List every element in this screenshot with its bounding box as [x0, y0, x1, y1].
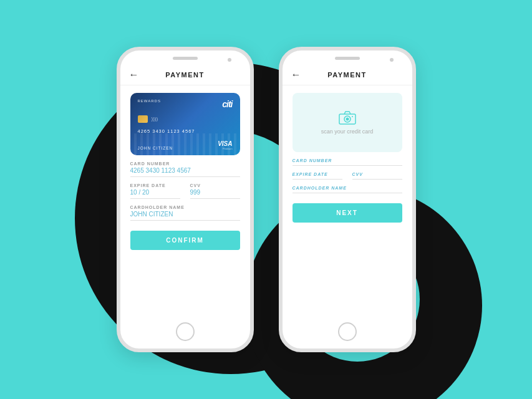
back-arrow-right[interactable]: ← [291, 69, 301, 80]
card-chip [138, 115, 148, 123]
phone-right: ← PAYMENT scan your credit [279, 47, 416, 352]
next-button[interactable]: NEXT [293, 203, 402, 223]
card-top-row: REWARDS citi [138, 99, 233, 109]
phone-screen-right: ← PAYMENT scan your credit [283, 64, 412, 316]
screen-title-right: PAYMENT [327, 71, 366, 79]
cvv-label: CVV [190, 183, 240, 188]
screen-content-right: scan your credit card CARD NUMBER EXPIRE… [283, 85, 412, 316]
phone-speaker-right [335, 57, 360, 60]
scan-card-area[interactable]: scan your credit card [293, 93, 402, 152]
expire-cvv-row-right: EXPIRE DATE CVV [293, 172, 402, 180]
cardholder-field-group: CARDHOLDER NAME JOHN CITIZEN [130, 205, 240, 221]
card-number-label: CARD NUMBER [130, 161, 240, 166]
phone-top-bar-left [120, 50, 250, 64]
screen-header-right: ← PAYMENT [283, 64, 412, 85]
phones-container: ← PAYMENT REWARDS citi )))) [117, 47, 416, 352]
phone-speaker-left [173, 57, 198, 60]
screen-content-left: REWARDS citi )))) 4265 3430 1123 4567 JO… [120, 85, 250, 316]
credit-card-display: REWARDS citi )))) 4265 3430 1123 4567 JO… [130, 93, 240, 155]
phone-top-bar-right [283, 50, 412, 64]
confirm-button[interactable]: CONFIRM [130, 231, 240, 250]
card-city-overlay [130, 133, 240, 155]
back-arrow-left[interactable]: ← [129, 69, 139, 80]
cvv-value[interactable]: 999 [190, 189, 240, 199]
card-number-label-right[interactable]: CARD NUMBER [293, 158, 402, 166]
phone-bottom-right [283, 316, 412, 349]
card-chip-row: )))) [138, 115, 233, 123]
cardholder-label-right[interactable]: CARDHOLDER NAME [293, 186, 402, 193]
phone-camera-right [390, 58, 394, 62]
svg-point-2 [346, 117, 349, 120]
expire-date-field: EXPIRE DATE 10 / 20 [130, 183, 180, 199]
card-number-field-empty: CARD NUMBER [293, 158, 402, 166]
phone-screen-left: ← PAYMENT REWARDS citi )))) [120, 64, 250, 316]
screen-header-left: ← PAYMENT [120, 64, 250, 85]
card-bank-logo: citi [222, 99, 232, 109]
expire-date-value[interactable]: 10 / 20 [130, 189, 180, 199]
cvv-field: CVV 999 [190, 183, 240, 199]
citi-text: citi [222, 99, 232, 109]
phone-bottom-left [120, 316, 250, 349]
home-button-right[interactable] [338, 322, 357, 341]
cardholder-label: CARDHOLDER NAME [130, 205, 240, 209]
camera-icon [339, 111, 356, 125]
expire-date-label-right[interactable]: EXPIRE DATE [293, 172, 342, 180]
expire-date-field-right: EXPIRE DATE [293, 172, 342, 180]
scan-label: scan your credit card [321, 128, 374, 135]
home-button-left[interactable] [176, 322, 195, 341]
cvv-label-right[interactable]: CVV [352, 172, 402, 180]
cardholder-field-empty: CARDHOLDER NAME [293, 186, 402, 193]
card-number-field-group: CARD NUMBER 4265 3430 1123 4567 [130, 161, 240, 177]
svg-point-3 [352, 116, 353, 117]
card-number-value[interactable]: 4265 3430 1123 4567 [130, 167, 240, 177]
card-visa-sub: Platinum [218, 147, 232, 150]
phone-left: ← PAYMENT REWARDS citi )))) [117, 47, 254, 352]
phone-camera-left [228, 58, 231, 62]
expire-cvv-row: EXPIRE DATE 10 / 20 CVV 999 [130, 183, 240, 199]
contactless-icon: )))) [152, 116, 158, 122]
card-rewards-label: REWARDS [138, 99, 161, 103]
cvv-field-right: CVV [352, 172, 402, 180]
cardholder-value[interactable]: JOHN CITIZEN [130, 211, 240, 221]
screen-title-left: PAYMENT [165, 71, 204, 79]
expire-date-label: EXPIRE DATE [130, 183, 180, 188]
card-holder-name: JOHN CITIZEN [138, 146, 173, 150]
